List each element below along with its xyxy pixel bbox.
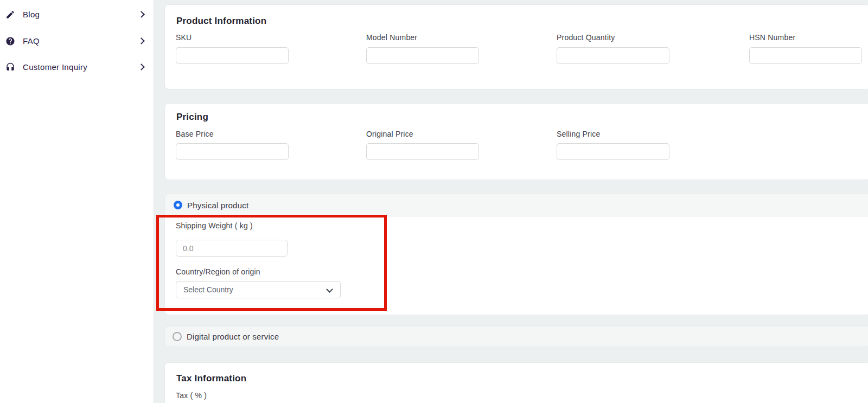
hsn-number-label: HSN Number <box>749 33 795 42</box>
product-information-card: Product Information SKU Model Number Pro… <box>164 4 868 89</box>
country-origin-label: Country/Region of origin <box>176 267 260 276</box>
chevron-right-icon <box>138 11 145 18</box>
physical-product-radio[interactable] <box>174 201 182 209</box>
product-quantity-input[interactable] <box>557 47 669 64</box>
base-price-label: Base Price <box>176 130 214 138</box>
tax-information-card: Tax Information Tax ( % ) <box>164 362 868 403</box>
digital-product-option[interactable]: Digital product or service <box>164 325 868 347</box>
digital-product-radio[interactable] <box>173 332 182 341</box>
sku-input[interactable] <box>176 47 289 64</box>
pencil-icon <box>5 10 15 20</box>
product-information-title: Product Information <box>176 16 266 27</box>
sidebar-item-faq[interactable]: FAQ <box>0 30 154 52</box>
sidebar-item-label: Customer Inquiry <box>23 62 87 72</box>
sidebar-item-blog[interactable]: Blog <box>0 4 154 25</box>
country-select[interactable]: Select Country <box>176 281 341 298</box>
product-quantity-label: Product Quantity <box>557 33 615 42</box>
sku-label: SKU <box>176 33 192 42</box>
model-number-input[interactable] <box>366 47 479 64</box>
sidebar-item-customer-inquiry[interactable]: Customer Inquiry <box>0 56 154 78</box>
original-price-input[interactable] <box>366 143 479 160</box>
tax-percent-label: Tax ( % ) <box>176 391 207 400</box>
pricing-card: Pricing Base Price Original Price Sellin… <box>164 103 868 180</box>
digital-product-label: Digital product or service <box>187 332 279 341</box>
pricing-title: Pricing <box>176 112 208 123</box>
selling-price-input[interactable] <box>557 143 669 160</box>
original-price-label: Original Price <box>366 130 413 138</box>
sidebar-item-label: FAQ <box>23 36 40 46</box>
page: Blog FAQ Customer Inquiry Product Inform… <box>0 0 868 403</box>
physical-product-option[interactable]: Physical product <box>165 194 868 216</box>
tax-information-title: Tax Information <box>176 373 246 384</box>
hsn-number-input[interactable] <box>749 47 862 64</box>
chevron-down-icon <box>326 286 333 293</box>
country-select-value: Select Country <box>183 285 233 294</box>
sidebar-item-label: Blog <box>23 10 40 19</box>
selling-price-label: Selling Price <box>557 130 600 138</box>
physical-product-label: Physical product <box>187 201 248 210</box>
headset-icon <box>5 62 15 72</box>
chevron-right-icon <box>138 37 145 44</box>
sidebar: Blog FAQ Customer Inquiry <box>0 0 154 403</box>
shipping-weight-label: Shipping Weight ( kg ) <box>176 221 253 230</box>
model-number-label: Model Number <box>366 33 417 42</box>
physical-product-card: Physical product Shipping Weight ( kg ) … <box>164 194 868 315</box>
base-price-input[interactable] <box>176 143 289 160</box>
chevron-right-icon <box>138 63 145 71</box>
shipping-weight-input[interactable] <box>176 240 288 257</box>
question-circle-icon <box>5 36 15 46</box>
